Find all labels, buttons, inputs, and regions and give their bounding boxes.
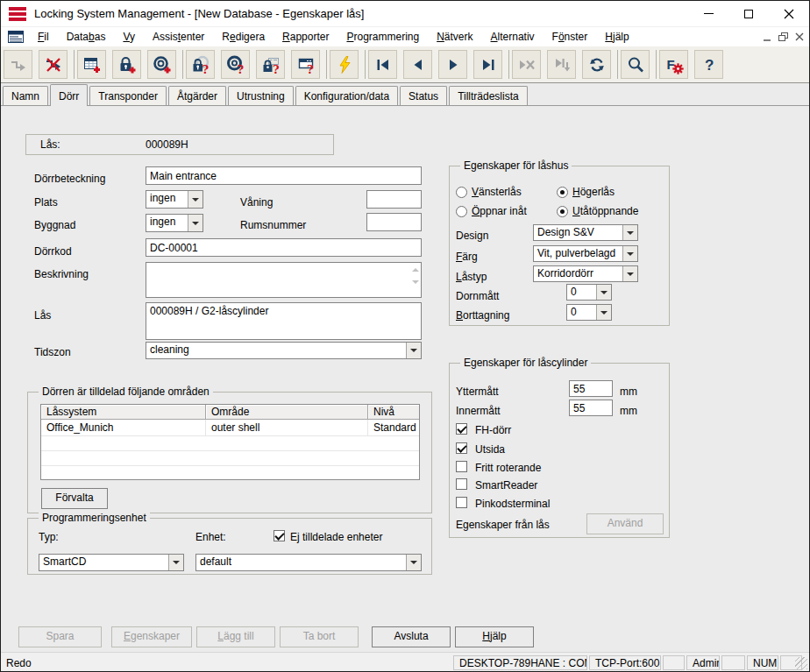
column-header-omrade[interactable]: Område xyxy=(206,405,368,420)
minimize-button[interactable] xyxy=(688,1,728,26)
filter-settings-button[interactable]: F xyxy=(659,50,688,79)
close-button[interactable] xyxy=(769,1,809,26)
new-locking-system-button[interactable] xyxy=(77,50,106,79)
tab-status[interactable]: Status xyxy=(400,86,447,105)
beskrivning-textarea[interactable] xyxy=(146,262,422,298)
pinkodsterminal-checkbox[interactable] xyxy=(456,497,467,508)
menu-item-databas[interactable]: Databas xyxy=(58,28,115,46)
chevron-down-icon[interactable] xyxy=(188,215,202,231)
dorrbeteckning-input[interactable] xyxy=(146,166,422,185)
tab-utrustning[interactable]: Utrustning xyxy=(228,86,294,105)
tidszon-select[interactable]: cleaning xyxy=(146,342,422,359)
chevron-down-icon[interactable] xyxy=(622,266,637,281)
chevron-down-icon[interactable] xyxy=(596,285,611,300)
mdi-close-button[interactable] xyxy=(795,32,804,41)
fh-dorr-checkbox[interactable] xyxy=(456,423,467,435)
menu-item-rapporter[interactable]: Rapporter xyxy=(274,28,338,46)
tab-konfiguration-data[interactable]: Konfiguration/data xyxy=(295,86,398,105)
menu-item-fil[interactable]: Fil xyxy=(29,28,58,46)
navigate-arrow-button[interactable] xyxy=(4,50,32,79)
utsida-checkbox[interactable] xyxy=(456,442,467,454)
smartreader-checkbox[interactable] xyxy=(456,478,467,490)
tab-tilltradeslista[interactable]: Tillträdeslista xyxy=(449,86,528,105)
column-header-lassystem[interactable]: Låssystem xyxy=(41,405,206,420)
oppnar-inat-radio[interactable] xyxy=(456,206,467,217)
mdi-minimize-button[interactable] xyxy=(763,33,771,41)
dorrkod-input[interactable] xyxy=(146,238,422,257)
read-transponder-button[interactable]: ? xyxy=(221,50,250,79)
typ-select[interactable]: SmartCD xyxy=(39,554,184,571)
ta-bort-button[interactable]: Ta bort xyxy=(280,626,359,647)
scroll-down-icon[interactable] xyxy=(412,280,419,287)
mdi-restore-button[interactable] xyxy=(778,32,788,41)
lastyp-select[interactable]: Korridordörr xyxy=(533,265,638,282)
refresh-button[interactable] xyxy=(582,50,611,79)
farg-select[interactable]: Vit, pulverbelagd xyxy=(533,245,638,262)
chevron-down-icon[interactable] xyxy=(406,555,421,570)
yttermatt-input[interactable] xyxy=(569,380,613,397)
tab-atgarder[interactable]: Åtgärder xyxy=(168,86,226,105)
help-button[interactable]: ? xyxy=(694,50,723,79)
areas-table[interactable]: Låssystem Område Nivå Office_Munich oute… xyxy=(40,404,420,480)
menu-item-assistenter[interactable]: Assistenter xyxy=(144,28,213,46)
tab-transponder[interactable]: Transponder xyxy=(89,86,167,105)
hogerlas-radio[interactable] xyxy=(557,187,568,198)
chevron-down-icon[interactable] xyxy=(406,343,421,358)
menu-item-programmering[interactable]: Programmering xyxy=(338,28,428,46)
new-lock-button[interactable] xyxy=(112,50,141,79)
read-lock-button[interactable]: ? xyxy=(186,50,215,79)
anvand-button[interactable]: Använd xyxy=(586,513,664,534)
cancel-search-button[interactable] xyxy=(512,50,541,79)
borttagning-select[interactable]: 0 xyxy=(566,304,612,321)
lagg-till-button[interactable]: Lägg till xyxy=(196,626,275,647)
tab-dorr[interactable]: Dörr xyxy=(50,84,88,106)
ej-tilldelade-enheter-checkbox[interactable] xyxy=(274,530,285,541)
menu-item-natverk[interactable]: Nätverk xyxy=(428,28,481,46)
chevron-down-icon[interactable] xyxy=(622,225,637,240)
search-button[interactable] xyxy=(621,50,650,79)
menu-item-vy[interactable]: Vy xyxy=(114,28,144,46)
hjalp-button[interactable]: Hjälp xyxy=(455,626,534,647)
tab-namn[interactable]: Namn xyxy=(3,86,48,105)
avsluta-button[interactable]: Avsluta xyxy=(372,626,451,647)
chevron-down-icon[interactable] xyxy=(188,191,202,208)
read-lock-g1-button[interactable]: ? xyxy=(256,50,285,79)
enhet-select[interactable]: default xyxy=(195,554,422,571)
navigate-arrow-cancel-button[interactable] xyxy=(39,50,68,79)
chevron-down-icon[interactable] xyxy=(596,305,611,320)
next-record-button[interactable] xyxy=(438,50,467,79)
menu-item-hjalp[interactable]: Hjälp xyxy=(596,28,637,46)
chevron-down-icon[interactable] xyxy=(622,246,637,261)
maximize-button[interactable] xyxy=(728,1,769,26)
program-button[interactable] xyxy=(330,50,359,79)
menu-item-fonster[interactable]: Fönster xyxy=(544,28,597,46)
utatoppnande-radio[interactable] xyxy=(557,206,568,217)
dornmatt-select[interactable]: 0 xyxy=(566,284,612,301)
read-device-button[interactable]: ? xyxy=(291,50,320,79)
forvalta-button[interactable]: Förvalta xyxy=(41,488,108,509)
vaning-input[interactable] xyxy=(366,190,422,209)
table-row[interactable]: Office_Munich outer shell Standard xyxy=(41,420,419,436)
egenskaper-button[interactable]: Egenskaper xyxy=(111,626,192,647)
previous-record-button[interactable] xyxy=(403,50,432,79)
rumsnummer-input[interactable] xyxy=(366,213,422,231)
fritt-roterande-checkbox[interactable] xyxy=(456,461,467,472)
menu-item-redigera[interactable]: Redigera xyxy=(213,28,274,46)
las-textarea[interactable]: 000089H / G2-låscylinder xyxy=(146,302,422,340)
new-transponder-button[interactable] xyxy=(147,50,176,79)
goto-record-button[interactable] xyxy=(547,50,576,79)
innermatt-input[interactable] xyxy=(569,400,613,416)
vansterlas-radio[interactable] xyxy=(456,187,467,198)
first-record-button[interactable] xyxy=(368,50,397,79)
byggnad-select[interactable]: ingen xyxy=(146,214,203,232)
last-record-button[interactable] xyxy=(473,50,502,79)
chevron-down-icon[interactable] xyxy=(168,555,183,570)
column-header-niva[interactable]: Nivå xyxy=(368,405,419,420)
plats-select[interactable]: ingen xyxy=(146,190,203,209)
document-icon[interactable] xyxy=(8,31,24,43)
design-select[interactable]: Design S&V xyxy=(533,224,638,241)
spara-button[interactable]: Spara xyxy=(18,626,102,647)
menu-item-alternativ[interactable]: Alternativ xyxy=(482,28,544,46)
scroll-up-icon[interactable] xyxy=(412,265,419,272)
resize-grip[interactable] xyxy=(795,657,807,669)
